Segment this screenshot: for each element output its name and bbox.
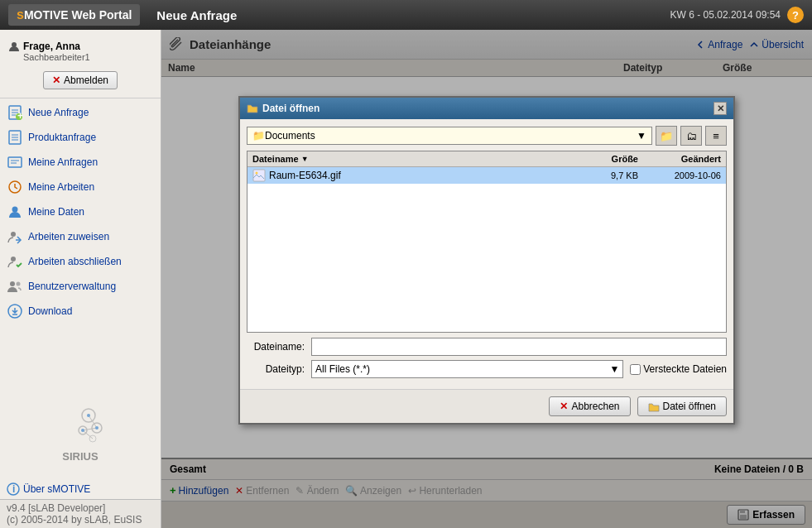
arbeiten-zuweisen-icon	[7, 228, 23, 245]
x-icon: ✕	[52, 74, 60, 86]
file-date: 2009-10-06	[638, 170, 721, 180]
meine-arbeiten-icon	[7, 179, 23, 195]
page-title: Neue Anfrage	[148, 8, 670, 22]
meine-anfragen-icon	[7, 154, 23, 170]
location-value: Documents	[265, 130, 315, 142]
image-file-icon	[252, 169, 266, 182]
sidebar-item-meine-daten[interactable]: Meine Daten	[0, 199, 161, 224]
sidebar-item-produktanfrage[interactable]: Produktanfrage	[0, 125, 161, 150]
sidebar: Frage, Anna Sachbearbeiter1 ✕ Abmelden +…	[0, 30, 161, 528]
svg-point-20	[87, 414, 90, 417]
svg-text:+: +	[17, 110, 23, 121]
sidebar-item-arbeiten-abschliessen[interactable]: Arbeiten abschließen	[0, 249, 161, 274]
main-layout: Frage, Anna Sachbearbeiter1 ✕ Abmelden +…	[0, 30, 812, 528]
sirius-text: SIRIUS	[51, 450, 109, 463]
sidebar-item-arbeiten-zuweisen[interactable]: Arbeiten zuweisen	[0, 224, 161, 249]
sirius-graphic	[51, 399, 109, 449]
location-bar: 📁 Documents ▼ 📁 🗂 ≡	[247, 126, 727, 146]
fh-size-label: Größe	[612, 154, 638, 164]
app-header: sMOTIVE Web Portal Neue Anfrage KW 6 - 0…	[0, 0, 812, 30]
datei-offnen-button[interactable]: Datei öffnen	[637, 396, 728, 416]
location-dropdown[interactable]: 📁 Documents ▼	[247, 127, 652, 145]
sidebar-item-meine-arbeiten[interactable]: Meine Arbeiten	[0, 175, 161, 199]
info-icon: i	[7, 482, 20, 496]
dialog-title: Datei öffnen	[262, 103, 320, 114]
version-info: v9.4 [sLAB Developer] (c) 2005-2014 by s…	[0, 499, 161, 528]
produktanfrage-icon	[7, 129, 23, 146]
svg-point-10	[10, 281, 15, 286]
svg-point-11	[17, 282, 21, 286]
svg-point-21	[95, 426, 98, 430]
sidebar-item-download[interactable]: Download	[0, 299, 161, 324]
location-label: 📁	[252, 130, 265, 142]
arbeiten-abschliessen-icon	[7, 253, 23, 270]
folder-open-icon	[247, 103, 258, 114]
svg-point-9	[11, 257, 16, 262]
abbrechen-button[interactable]: ✕ Abbrechen	[549, 396, 630, 416]
dialog-close-button[interactable]: ✕	[714, 102, 727, 115]
dateityp-select[interactable]: All Files (*.*) ▼	[311, 360, 623, 378]
dialog-title-area: Datei öffnen	[247, 103, 320, 114]
user-info: Frage, Anna Sachbearbeiter1	[0, 34, 161, 66]
modal-overlay: Datei öffnen ✕ 📁 Documents ▼ 📁 🗂	[161, 30, 812, 528]
open-file-icon	[648, 401, 660, 412]
svg-rect-5	[8, 157, 22, 167]
svg-point-22	[81, 429, 84, 432]
file-list-header: Dateiname ▼ Größe Geändert	[247, 151, 726, 167]
svg-point-7	[12, 207, 18, 213]
sidebar-item-neue-anfrage[interactable]: + Neue Anfrage	[0, 100, 161, 125]
dateityp-row: Dateityp: All Files (*.*) ▼ Versteckte D…	[247, 360, 727, 378]
svg-text:i: i	[12, 483, 15, 495]
dialog-buttons: ✕ Abbrechen Datei öffnen	[240, 389, 733, 423]
dateityp-value: All Files (*.*)	[315, 363, 370, 375]
svg-point-8	[11, 232, 16, 237]
user-icon	[8, 41, 20, 52]
file-name: Raum-E5634.gif	[269, 170, 341, 181]
app-logo: sMOTIVE Web Portal	[8, 4, 140, 26]
file-name-cell: Raum-E5634.gif	[252, 169, 572, 182]
versteckte-checkbox[interactable]	[630, 364, 641, 375]
dateiname-label: Dateiname:	[247, 341, 305, 353]
user-role: Sachbearbeiter1	[8, 52, 152, 62]
file-row[interactable]: Raum-E5634.gif 9,7 KB 2009-10-06	[247, 167, 726, 184]
abmelden-button[interactable]: ✕ Abmelden	[43, 71, 118, 89]
location-view-button[interactable]: ≡	[705, 126, 727, 146]
fh-date-label: Geändert	[681, 154, 721, 164]
sidebar-item-benutzerverwaltung[interactable]: Benutzerverwaltung	[0, 274, 161, 299]
versteckte-label: Versteckte Dateien	[643, 363, 727, 375]
location-new-folder-button[interactable]: 🗂	[680, 126, 702, 146]
versteckte-dateien-checkbox[interactable]: Versteckte Dateien	[630, 363, 727, 375]
fh-name-label: Dateiname	[252, 154, 299, 164]
sirius-logo: SIRIUS	[43, 391, 118, 471]
file-list-area: Dateiname ▼ Größe Geändert	[247, 151, 727, 333]
dateiname-input[interactable]	[311, 338, 727, 356]
svg-rect-28	[253, 170, 265, 181]
help-button[interactable]: ?	[787, 7, 804, 23]
uber-smotive-link[interactable]: i Über sMOTIVE	[0, 479, 161, 499]
file-dialog: Datei öffnen ✕ 📁 Documents ▼ 📁 🗂	[238, 96, 735, 425]
datei-offnen-label: Datei öffnen	[663, 401, 717, 412]
location-up-button[interactable]: 📁	[656, 126, 677, 146]
neue-anfrage-icon: +	[7, 104, 23, 121]
sidebar-item-meine-anfragen[interactable]: Meine Anfragen	[0, 150, 161, 175]
meine-daten-icon	[7, 204, 23, 220]
sidebar-divider	[0, 98, 161, 98]
dateityp-label: Dateityp:	[247, 363, 305, 375]
abbrechen-label: Abbrechen	[571, 401, 619, 412]
content-area: Dateianhänge Anfrage Übersicht Name Date…	[161, 30, 812, 528]
download-icon	[7, 303, 23, 319]
dialog-body: 📁 Documents ▼ 📁 🗂 ≡ Dateiname	[240, 119, 733, 389]
svg-line-18	[83, 428, 97, 430]
svg-point-29	[256, 172, 258, 175]
dateiname-row: Dateiname:	[247, 338, 727, 356]
header-date: KW 6 - 05.02.2014 09:54	[670, 9, 781, 21]
file-size: 9,7 KB	[572, 170, 638, 180]
dialog-titlebar: Datei öffnen ✕	[240, 98, 733, 119]
benutzerverwaltung-icon	[7, 278, 23, 295]
user-name: Frage, Anna	[8, 41, 152, 52]
